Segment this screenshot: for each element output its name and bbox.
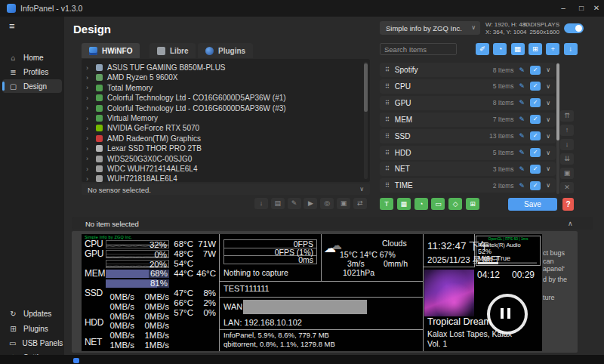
- expand-chevron-icon[interactable]: ›: [86, 64, 91, 72]
- group-row-time[interactable]: ⠿TIME2 Items✎✓∨: [380, 178, 556, 193]
- search-input[interactable]: [380, 43, 457, 55]
- drag-handle-icon[interactable]: ⠿: [385, 133, 390, 140]
- tree-item[interactable]: ›AMD Radeon(TM) Graphics: [86, 134, 358, 143]
- add-button[interactable]: +: [546, 43, 559, 55]
- help-button[interactable]: ?: [562, 198, 574, 211]
- add-shape-button[interactable]: ◇: [448, 198, 462, 210]
- add-bar-button[interactable]: ▭: [431, 198, 445, 210]
- sidebar-item-profiles[interactable]: ≣Profiles: [2, 65, 62, 79]
- sidebar-item-plugins[interactable]: ⊞Plugins: [2, 322, 62, 335]
- add-image-button[interactable]: ▦: [397, 198, 411, 210]
- tab-plugins[interactable]: Plugins: [198, 43, 253, 58]
- download-button[interactable]: ↓: [254, 198, 268, 209]
- sidebar-item-usb-panels[interactable]: ▭USB Panels: [2, 336, 62, 350]
- drag-handle-icon[interactable]: ⠿: [385, 116, 390, 123]
- scrollbar-thumb[interactable]: [364, 63, 368, 112]
- expand-chevron-icon[interactable]: ›: [86, 145, 91, 153]
- add-clock-button[interactable]: ◔: [414, 198, 428, 210]
- chevron-down-icon[interactable]: ∨: [546, 83, 550, 90]
- edit-icon[interactable]: ✎: [519, 116, 525, 123]
- group-checkbox[interactable]: ✓: [530, 66, 541, 75]
- drag-handle-icon[interactable]: ⠿: [385, 165, 390, 172]
- sidebar-item-home[interactable]: ⌂Home: [2, 51, 62, 64]
- edit-icon[interactable]: ✎: [519, 82, 525, 90]
- display-toggle[interactable]: [564, 23, 584, 33]
- edit-button[interactable]: ✎: [288, 198, 301, 209]
- drag-handle-icon[interactable]: ⠿: [385, 83, 390, 90]
- group-checkbox[interactable]: ✓: [530, 181, 541, 190]
- delete-button[interactable]: ✕: [560, 182, 574, 193]
- taskbar-icon[interactable]: [73, 358, 79, 363]
- scrollbar-thumb[interactable]: [556, 63, 559, 140]
- tab-libre[interactable]: Libre: [149, 43, 196, 58]
- group-checkbox[interactable]: ✓: [530, 131, 541, 140]
- group-row-hdd[interactable]: ⠿HDD5 Items✎✓∨: [380, 146, 556, 160]
- import-button[interactable]: ↓: [564, 43, 578, 55]
- group-row-net[interactable]: ⠿NET3 Items✎✓∨: [380, 162, 556, 176]
- group-row-gpu[interactable]: ⠿GPU8 Items✎✓∨: [380, 96, 556, 110]
- expand-chevron-icon[interactable]: ›: [86, 74, 91, 82]
- add-panel-button[interactable]: ⊞: [528, 43, 542, 55]
- tree-item[interactable]: ›WDS250G3X0C-00SJG0: [86, 154, 358, 164]
- edit-icon[interactable]: ✎: [519, 182, 525, 190]
- play-button[interactable]: ▶: [304, 198, 317, 209]
- chevron-down-icon[interactable]: ∨: [546, 66, 550, 73]
- expand-chevron-icon[interactable]: ›: [86, 104, 91, 112]
- sensor-dropdown[interactable]: No sensor selected. ∨: [82, 184, 370, 195]
- group-row-mem[interactable]: ⠿MEM7 Items✎✓∨: [380, 113, 556, 127]
- history-button[interactable]: ◔: [493, 43, 507, 55]
- swap-button[interactable]: ⇄: [353, 198, 367, 209]
- expand-chevron-icon[interactable]: ›: [86, 175, 91, 182]
- scrollbar[interactable]: [364, 62, 368, 179]
- edit-icon[interactable]: ✎: [519, 165, 525, 173]
- group-checkbox[interactable]: ✓: [530, 115, 541, 124]
- move-down-button[interactable]: ↓: [560, 139, 574, 150]
- edit-icon[interactable]: ✎: [519, 99, 525, 106]
- tree-item[interactable]: ›ASUS TUF GAMING B850M-PLUS: [86, 63, 358, 72]
- chevron-down-icon[interactable]: ∨: [546, 116, 550, 123]
- minimize-button[interactable]: –: [554, 0, 572, 17]
- close-button[interactable]: ✕: [587, 0, 604, 17]
- chevron-down-icon[interactable]: ∨: [546, 150, 550, 156]
- drag-handle-icon[interactable]: ⠿: [385, 150, 390, 156]
- group-row-cpu[interactable]: ⠿CPU5 Items✎✓∨: [380, 79, 556, 94]
- drag-handle-icon[interactable]: ⠿: [385, 100, 390, 106]
- edit-icon[interactable]: ✎: [519, 149, 525, 156]
- chevron-down-icon[interactable]: ∨: [546, 100, 550, 106]
- drag-handle-icon[interactable]: ⠿: [385, 182, 390, 189]
- tree-item[interactable]: ›NVIDIA GeForce RTX 5070: [86, 123, 358, 133]
- target-button[interactable]: ◎: [320, 198, 334, 209]
- group-checkbox[interactable]: ✓: [530, 98, 541, 107]
- expand-chevron-icon[interactable]: ›: [86, 125, 91, 132]
- drag-handle-icon[interactable]: ⠿: [385, 66, 390, 73]
- sidebar-item-design[interactable]: ▢Design: [2, 79, 62, 93]
- menu-icon[interactable]: ≡: [9, 20, 15, 32]
- move-up-button[interactable]: ↑: [560, 125, 574, 136]
- gallery-button[interactable]: ▦: [511, 43, 525, 55]
- group-checkbox[interactable]: ✓: [530, 82, 541, 91]
- group-checkbox[interactable]: ✓: [530, 165, 541, 174]
- profile-dropdown[interactable]: Simple info by ZGQ Inc. ∨: [380, 21, 480, 35]
- sidebar-item-updates[interactable]: ↻Updates: [2, 307, 62, 320]
- group-row-spotify[interactable]: ⠿Spotify8 Items✎✓∨: [380, 63, 556, 77]
- move-top-button[interactable]: ⇈: [560, 110, 574, 122]
- group-row-ssd[interactable]: ⠿SSD13 Items✎✓∨: [380, 129, 556, 143]
- chevron-down-icon[interactable]: ∨: [546, 165, 550, 172]
- layers-button[interactable]: ▤: [271, 198, 285, 209]
- chevron-down-icon[interactable]: ∨: [546, 133, 550, 140]
- add-table-button[interactable]: ⊞: [466, 198, 479, 210]
- tree-item[interactable]: ›Total Memory: [86, 83, 358, 93]
- tree-item[interactable]: ›Virtual Memory: [86, 113, 358, 123]
- tree-item[interactable]: ›WDC WUH721414ALE6L4: [86, 164, 358, 174]
- move-bottom-button[interactable]: ⇊: [560, 153, 574, 165]
- tab-hwinfo[interactable]: HWiNFO: [82, 43, 140, 58]
- expand-chevron-icon[interactable]: ›: [86, 134, 91, 142]
- expand-chevron-icon[interactable]: ›: [86, 94, 91, 102]
- snapshot-button[interactable]: ▣: [337, 198, 350, 209]
- edit-icon[interactable]: ✎: [519, 132, 525, 140]
- brush-button[interactable]: ✐: [476, 43, 489, 55]
- expand-chevron-icon[interactable]: ›: [86, 155, 91, 162]
- expand-chevron-icon[interactable]: ›: [86, 165, 91, 173]
- expand-chevron-icon[interactable]: ›: [86, 115, 91, 122]
- tree-item[interactable]: ›WUH721818ALE6L4: [86, 174, 358, 182]
